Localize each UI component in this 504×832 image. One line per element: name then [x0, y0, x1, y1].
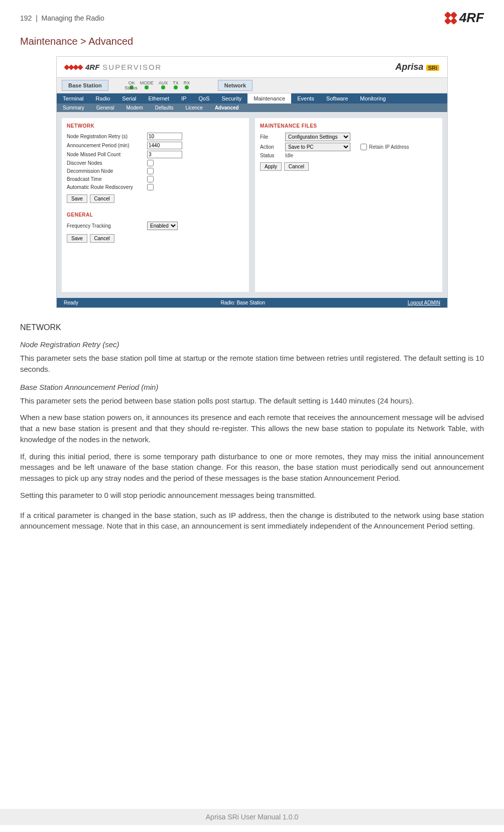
menu-ethernet[interactable]: Ethernet: [142, 93, 175, 103]
network-panel: NETWORK Node Registration Retry (s) Anno…: [62, 118, 249, 292]
led-rx-icon: [185, 85, 189, 89]
para-nrr: This parameter sets the base station pol…: [20, 353, 484, 375]
ann-period-label: Announcement Period (min): [67, 143, 147, 148]
para-bsap1: This parameter sets the period between b…: [20, 395, 484, 406]
file-label: File: [260, 134, 285, 140]
submenu-defaults[interactable]: Defaults: [149, 103, 180, 112]
status-value: Idle: [285, 153, 293, 158]
page-title: Maintenance > Advanced: [20, 36, 484, 47]
retain-ip-checkbox[interactable]: [360, 144, 367, 150]
brand-text: 4RF: [85, 63, 99, 71]
menu-ip[interactable]: IP: [175, 93, 192, 103]
breadcrumb: Managing the Radio: [42, 14, 104, 22]
supervisor-app: 4RF SUPERVISOR Aprisa SRi Base Station O…: [56, 56, 448, 308]
maint-cancel-button[interactable]: Cancel: [284, 162, 309, 171]
discover-checkbox[interactable]: [147, 160, 154, 166]
section-network: NETWORK: [20, 323, 484, 332]
maintenance-files-panel: MAINTENANCE FILES File Configuration Set…: [255, 118, 442, 292]
product-badge: SRi: [426, 65, 439, 71]
general-save-button[interactable]: Save: [67, 234, 87, 243]
led-aux-icon: [161, 85, 165, 89]
missed-poll-input[interactable]: [147, 151, 182, 158]
general-cancel-button[interactable]: Cancel: [90, 234, 114, 243]
maint-panel-title: MAINTENANCE FILES: [260, 123, 437, 129]
footer-text: Aprisa SRi User Manual 1.0.0: [20, 813, 484, 821]
ann-period-input[interactable]: [147, 142, 182, 149]
heading-nrr: Node Registration Retry (sec): [20, 340, 484, 349]
submenu-advanced[interactable]: Advanced: [209, 103, 245, 112]
maint-apply-button[interactable]: Apply: [260, 162, 282, 171]
network-panel-title: NETWORK: [67, 123, 244, 129]
led-mode-icon: [145, 85, 149, 89]
status-bar: Ready Radio: Base Station Logout ADMIN: [57, 298, 447, 307]
led-ok-label: OK: [129, 80, 135, 85]
para-bsap4: Setting this parameter to 0 will stop pe…: [20, 490, 484, 501]
freq-label: Frequency Tracking: [67, 223, 147, 229]
menu-software[interactable]: Software: [320, 93, 354, 103]
sub-menu: Summary General Modem Defaults Licence A…: [57, 103, 447, 112]
logout-link[interactable]: Logout ADMIN: [408, 300, 440, 305]
product-name: Aprisa: [396, 62, 424, 72]
menu-events[interactable]: Events: [291, 93, 320, 103]
app-product: Aprisa SRi: [396, 62, 439, 72]
tab-base-station[interactable]: Base Station: [62, 80, 108, 91]
status-leds: OK MODE AUX TX RX Status: [129, 80, 138, 90]
network-save-button[interactable]: Save: [67, 194, 87, 203]
menu-serial[interactable]: Serial: [116, 93, 142, 103]
page-header-left: 192 | Managing the Radio: [20, 14, 104, 22]
page-footer: Aprisa SRi User Manual 1.0.0: [0, 809, 504, 825]
submenu-modem[interactable]: Modem: [120, 103, 149, 112]
led-mode-label: MODE: [140, 80, 154, 85]
led-rx-label: RX: [184, 80, 190, 85]
tab-network[interactable]: Network: [218, 80, 253, 91]
menu-qos[interactable]: QoS: [192, 93, 215, 103]
brand-sub: SUPERVISOR: [102, 63, 162, 71]
file-select[interactable]: Configuration Settings: [285, 133, 350, 141]
node-reg-input[interactable]: [147, 133, 182, 140]
status-ready: Ready: [64, 300, 78, 305]
status-label: Status: [260, 153, 285, 158]
decomm-checkbox[interactable]: [147, 168, 154, 174]
app-brand: 4RF SUPERVISOR: [65, 63, 162, 71]
general-panel-title: GENERAL: [67, 212, 244, 218]
para-bsap2: When a new base station powers on, it an…: [20, 412, 484, 445]
action-select[interactable]: Save to PC: [285, 143, 350, 151]
discover-label: Discover Nodes: [67, 160, 147, 166]
broadcast-checkbox[interactable]: [147, 176, 154, 182]
menu-maintenance[interactable]: Maintenance: [247, 93, 291, 103]
menu-monitoring[interactable]: Monitoring: [354, 93, 392, 103]
missed-poll-label: Node Missed Poll Count: [67, 152, 147, 157]
autoroute-label: Automatic Route Rediscovery: [67, 184, 147, 190]
autoroute-checkbox[interactable]: [147, 184, 154, 190]
menu-terminal[interactable]: Terminal: [57, 93, 90, 103]
action-label: Action: [260, 144, 285, 150]
menu-security[interactable]: Security: [215, 93, 247, 103]
heading-bsap: Base Station Announcement Period (min): [20, 383, 484, 391]
led-tx-icon: [174, 85, 178, 89]
para-bsap5: If a critical parameter is changed in th…: [20, 510, 484, 532]
main-menu: Terminal Radio Serial Ethernet IP QoS Se…: [57, 93, 447, 103]
network-cancel-button[interactable]: Cancel: [90, 194, 114, 203]
broadcast-label: Broadcast Time: [67, 176, 147, 182]
submenu-general[interactable]: General: [90, 103, 120, 112]
para-bsap3: If, during this initial period, there is…: [20, 451, 484, 484]
leds-status-label: Status: [124, 85, 134, 90]
decomm-label: Decommission Node: [67, 168, 147, 174]
node-reg-label: Node Registration Retry (s): [67, 134, 147, 139]
logo-text: 4RF: [459, 10, 484, 26]
menu-radio[interactable]: Radio: [90, 93, 116, 103]
brand-icon: [65, 65, 82, 69]
submenu-summary[interactable]: Summary: [57, 103, 90, 112]
logo-dots-icon: [445, 13, 456, 24]
logo-4rf: 4RF: [445, 10, 484, 26]
led-tx-label: TX: [173, 80, 179, 85]
status-radio: Radio: Base Station: [221, 300, 265, 305]
retain-ip-label: Retain IP Address: [369, 144, 409, 150]
submenu-licence[interactable]: Licence: [179, 103, 208, 112]
led-aux-label: AUX: [159, 80, 168, 85]
freq-select[interactable]: Enabled: [147, 222, 178, 230]
page-number: 192: [20, 14, 32, 22]
